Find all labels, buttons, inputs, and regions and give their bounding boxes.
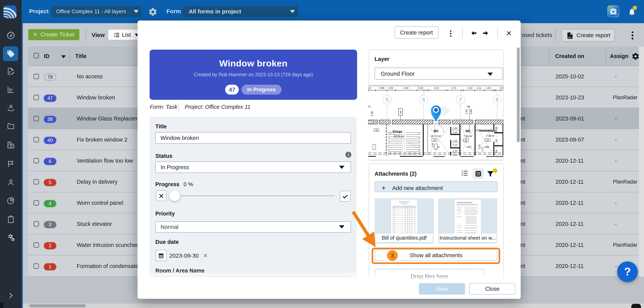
svg-text:0,30: 0,30 [458, 85, 462, 86]
svg-text:08: 08 [375, 129, 378, 131]
svg-text:1,00: 1,00 [478, 145, 481, 149]
svg-text:WC: WC [466, 130, 471, 133]
svg-text:08: 08 [433, 139, 436, 141]
svg-text:2,10: 2,10 [452, 154, 457, 156]
svg-text:08: 08 [486, 139, 489, 141]
svg-text:02: 02 [368, 87, 371, 89]
svg-text:4,00: 4,00 [404, 87, 408, 89]
svg-text:15: 15 [418, 145, 420, 147]
svg-text:WC: WC [434, 130, 439, 133]
svg-text:1,00: 1,00 [431, 143, 434, 148]
svg-text:9: 9 [388, 137, 390, 139]
svg-text:12: 12 [418, 133, 420, 135]
svg-text:0,80: 0,80 [470, 109, 472, 114]
svg-text:6: 6 [422, 97, 425, 103]
svg-text:8: 8 [496, 97, 498, 103]
svg-text:2,10: 2,10 [481, 147, 484, 152]
svg-text:0,26: 0,26 [424, 85, 428, 86]
svg-text:1,00: 1,00 [465, 109, 468, 114]
svg-text:7,90 m²: 7,90 m² [463, 135, 472, 138]
svg-text:6: 6 [388, 150, 390, 151]
svg-text:1,50: 1,50 [370, 111, 374, 116]
svg-text:04: 04 [495, 150, 498, 153]
svg-text:13: 13 [418, 137, 420, 139]
svg-text:7: 7 [388, 145, 390, 147]
svg-text:1,02: 1,02 [486, 87, 491, 89]
svg-text:1,00: 1,00 [452, 127, 457, 130]
svg-text:8: 8 [388, 141, 390, 143]
svg-text:14: 14 [418, 141, 420, 143]
svg-text:7,48 m: 7,48 m [486, 134, 494, 137]
svg-text:1,02: 1,02 [468, 87, 472, 89]
svg-text:)4: )4 [368, 105, 370, 108]
svg-text:PDF: PDF [568, 37, 572, 38]
svg-text:0,9: 0,9 [500, 87, 503, 89]
svg-text:2,02: 2,02 [434, 87, 438, 89]
svg-text:15,72 m²: 15,72 m² [394, 135, 404, 138]
svg-text:05A: 05A [466, 146, 471, 149]
svg-text:10: 10 [388, 133, 390, 135]
svg-text:1,00: 1,00 [452, 140, 457, 142]
svg-text:04: 04 [495, 139, 498, 142]
svg-text:16,17 m²: 16,17 m² [430, 135, 441, 138]
svg-text:0,44: 0,44 [492, 85, 497, 86]
svg-text:7: 7 [459, 97, 462, 103]
svg-text:2,10: 2,10 [452, 144, 457, 147]
svg-text:08: 08 [465, 139, 467, 141]
svg-text:1,73: 1,73 [451, 87, 456, 89]
svg-text:0,30: 0,30 [418, 87, 423, 89]
svg-text:16: 16 [418, 150, 420, 151]
svg-text:1: 1 [400, 110, 402, 114]
svg-text:Stiege: Stiege [392, 130, 402, 133]
svg-text:0,99: 0,99 [379, 87, 384, 89]
svg-text:1,00: 1,00 [452, 150, 457, 152]
svg-text:Technikraum: Technikraum [479, 129, 497, 132]
svg-text:1,11: 1,11 [477, 87, 481, 89]
svg-text:5: 5 [386, 97, 388, 103]
svg-text:0,30: 0,30 [388, 87, 393, 89]
svg-text:05B: 05B [484, 146, 489, 149]
svg-text:06: 06 [467, 105, 470, 108]
svg-text:2,10: 2,10 [452, 131, 457, 134]
